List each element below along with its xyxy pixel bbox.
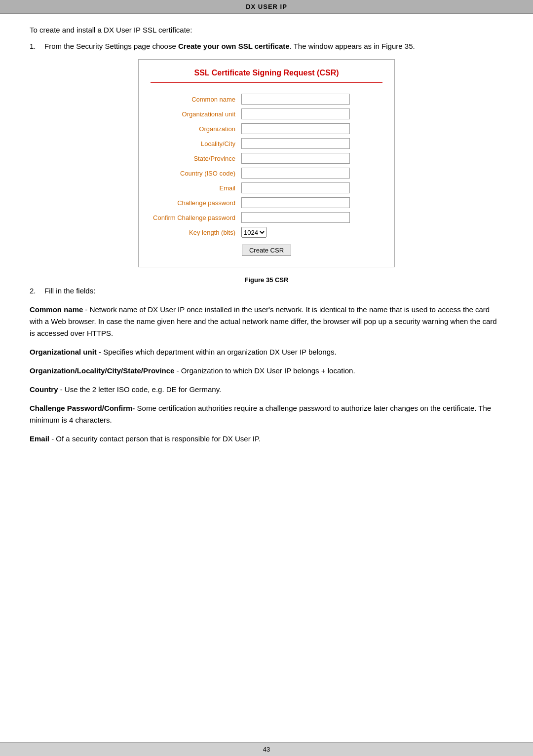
email-input[interactable] <box>241 182 350 193</box>
table-row: Common name <box>151 92 382 107</box>
figure-caption: Figure 35 CSR <box>30 276 503 284</box>
desc-email: Email - Of a security contact person tha… <box>30 433 503 445</box>
desc-country-bold: Country <box>30 385 58 394</box>
csr-form-table: Common name Organizational unit <box>151 92 382 258</box>
step1-number: 1. <box>30 42 41 50</box>
input-cell-country <box>239 166 382 180</box>
org-unit-input[interactable] <box>241 108 350 119</box>
state-input[interactable] <box>241 153 350 164</box>
footer-bar: 43 <box>0 742 533 756</box>
country-input[interactable] <box>241 168 350 179</box>
locality-input[interactable] <box>241 138 350 149</box>
desc-org-locality: Organization/Locality/City/State/Provinc… <box>30 365 503 377</box>
label-challenge-pw: Challenge password <box>151 195 239 210</box>
input-cell-org-unit <box>239 107 382 121</box>
csr-form-title: SSL Certificate Signing Request (CSR) <box>151 69 382 83</box>
step1-text-bold: Create your own SSL certificate <box>178 42 290 50</box>
table-row: Locality/City <box>151 136 382 151</box>
step1-item: 1. From the Security Settings page choos… <box>30 42 503 50</box>
confirm-pw-input[interactable] <box>241 212 350 223</box>
desc-common-name-text: - Network name of DX User IP once instal… <box>30 305 497 337</box>
input-cell-locality <box>239 136 382 151</box>
input-cell-common-name <box>239 92 382 107</box>
desc-country-text: - Use the 2 letter ISO code, e.g. DE for… <box>60 385 222 394</box>
label-key-length: Key length (bits) <box>151 225 239 240</box>
label-common-name: Common name <box>151 92 239 107</box>
organization-input[interactable] <box>241 123 350 134</box>
table-row: Organization <box>151 121 382 136</box>
table-row: Key length (bits) 512 1024 2048 <box>151 225 382 240</box>
desc-challenge-bold: Challenge Password/Confirm- <box>30 404 135 412</box>
table-row: Confirm Challenge password <box>151 210 382 225</box>
step2-text: Fill in the fields: <box>44 287 95 295</box>
table-row: Organizational unit <box>151 107 382 121</box>
challenge-pw-input[interactable] <box>241 197 350 208</box>
label-locality: Locality/City <box>151 136 239 151</box>
desc-org-unit-bold: Organizational unit <box>30 348 97 356</box>
label-confirm-pw: Confirm Challenge password <box>151 210 239 225</box>
page-number: 43 <box>263 746 270 753</box>
intro-text: To create and install a DX User IP SSL c… <box>30 26 503 34</box>
desc-org-unit: Organizational unit - Specifies which de… <box>30 346 503 358</box>
table-row: Email <box>151 180 382 195</box>
step2-item: 2. Fill in the fields: <box>30 287 503 295</box>
create-csr-button[interactable]: Create CSR <box>242 245 291 256</box>
table-row: Country (ISO code) <box>151 166 382 180</box>
table-row: State/Province <box>151 151 382 166</box>
input-cell-key-length: 512 1024 2048 <box>239 225 382 240</box>
label-org-unit: Organizational unit <box>151 107 239 121</box>
content-area: To create and install a DX User IP SSL c… <box>0 14 533 742</box>
header-bar: DX USER IP <box>0 0 533 14</box>
input-cell-organization <box>239 121 382 136</box>
step1-text: From the Security Settings page choose C… <box>44 42 415 50</box>
input-cell-email <box>239 180 382 195</box>
input-cell-challenge-pw <box>239 195 382 210</box>
step1-text-after: . The window appears as in Figure 35. <box>290 42 415 50</box>
desc-email-bold: Email <box>30 434 49 443</box>
table-row: Challenge password <box>151 195 382 210</box>
desc-challenge: Challenge Password/Confirm- Some certifi… <box>30 402 503 426</box>
table-row: Create CSR <box>151 240 382 258</box>
create-csr-cell: Create CSR <box>151 240 382 258</box>
step1-text-before: From the Security Settings page choose <box>44 42 178 50</box>
desc-country: Country - Use the 2 letter ISO code, e.g… <box>30 384 503 396</box>
step2-number: 2. <box>30 287 41 295</box>
desc-org-locality-bold: Organization/Locality/City/State/Provinc… <box>30 366 174 375</box>
label-state: State/Province <box>151 151 239 166</box>
input-cell-state <box>239 151 382 166</box>
csr-form-box: SSL Certificate Signing Request (CSR) Co… <box>138 59 395 267</box>
desc-email-text: - Of a security contact person that is r… <box>51 434 261 443</box>
desc-common-name-bold: Common name <box>30 305 83 314</box>
desc-org-locality-text: - Organization to which DX User IP belon… <box>177 366 355 375</box>
label-organization: Organization <box>151 121 239 136</box>
page-container: DX USER IP To create and install a DX Us… <box>0 0 533 756</box>
input-cell-confirm-pw <box>239 210 382 225</box>
description-blocks: Common name - Network name of DX User IP… <box>30 304 503 445</box>
label-country: Country (ISO code) <box>151 166 239 180</box>
label-email: Email <box>151 180 239 195</box>
desc-common-name: Common name - Network name of DX User IP… <box>30 304 503 339</box>
desc-org-unit-text: - Specifies which department within an o… <box>99 348 337 356</box>
key-length-select[interactable]: 512 1024 2048 <box>241 227 266 238</box>
common-name-input[interactable] <box>241 94 350 105</box>
header-title: DX USER IP <box>246 3 287 10</box>
